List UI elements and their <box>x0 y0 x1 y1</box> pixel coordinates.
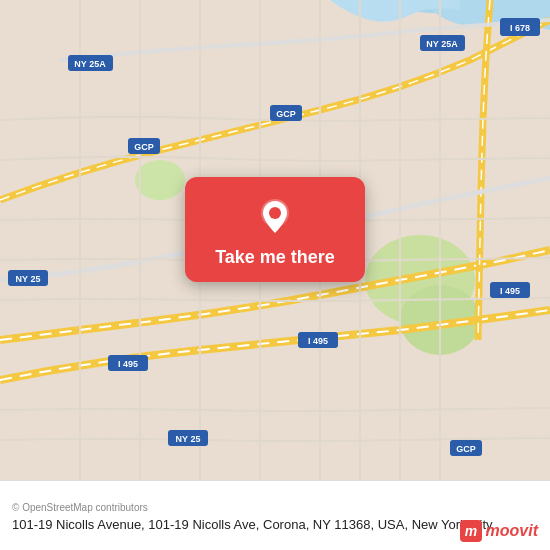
take-me-there-button[interactable]: Take me there <box>215 247 335 268</box>
svg-text:GCP: GCP <box>456 444 476 454</box>
moovit-label: moovit <box>486 522 538 540</box>
moovit-logo: m moovit <box>460 520 538 542</box>
map-container: I 678 NY 25A NY 25A GCP GCP NY 25 NY 25 … <box>0 0 550 480</box>
svg-text:GCP: GCP <box>276 109 296 119</box>
svg-text:GCP: GCP <box>134 142 154 152</box>
overlay-card[interactable]: Take me there <box>185 177 365 282</box>
bottom-bar: © OpenStreetMap contributors 101-19 Nico… <box>0 480 550 550</box>
location-pin-icon <box>253 195 297 239</box>
svg-point-27 <box>269 207 281 219</box>
svg-text:NY 25A: NY 25A <box>426 39 458 49</box>
svg-text:NY 25: NY 25 <box>176 434 201 444</box>
svg-text:I 678: I 678 <box>510 23 530 33</box>
svg-text:I 495: I 495 <box>118 359 138 369</box>
svg-text:NY 25A: NY 25A <box>74 59 106 69</box>
svg-text:m: m <box>464 523 476 539</box>
svg-text:NY 25: NY 25 <box>16 274 41 284</box>
moovit-icon: m <box>460 520 482 542</box>
copyright-row: © OpenStreetMap contributors <box>12 502 538 513</box>
copyright-text: © OpenStreetMap contributors <box>12 502 148 513</box>
svg-text:I 495: I 495 <box>308 336 328 346</box>
svg-point-3 <box>135 160 185 200</box>
svg-text:I 495: I 495 <box>500 286 520 296</box>
